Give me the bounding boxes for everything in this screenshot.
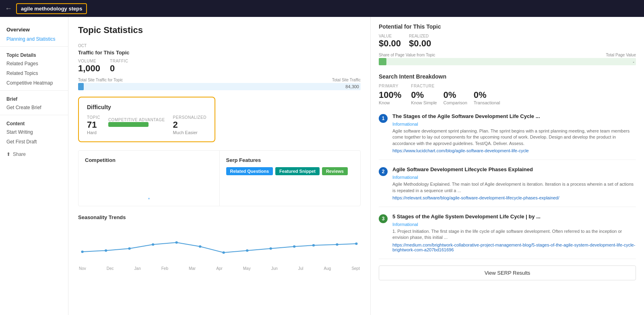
sidebar-topic-details: Topic Details <box>0 49 68 59</box>
transactional-value: 0% <box>474 90 500 100</box>
serp-title-2: Agile Software Development Lifecycle Pha… <box>392 166 636 172</box>
sidebar-item-start-writing[interactable]: Start Writing <box>0 127 68 137</box>
seasonality-chart <box>78 224 361 265</box>
svg-point-1 <box>105 249 107 252</box>
sidebar-item-get-create-brief[interactable]: Get Create Brief <box>0 103 68 112</box>
personalized: PERSONALIZED 2 Much Easier <box>173 115 206 135</box>
svg-point-10 <box>312 244 315 247</box>
traffic-label: TRAFFIC <box>110 59 128 63</box>
sidebar-share[interactable]: ⬆ Share <box>0 147 68 162</box>
competition-title: Competition <box>85 157 213 163</box>
serp-features-section: Serp Features Related Questions Featured… <box>220 151 361 206</box>
serp-content-3: 5 Stages of the Agile System Development… <box>392 213 636 252</box>
serp-desc-2: Agile Methodology Explained. The main to… <box>392 181 636 194</box>
traffic-value: 0 <box>110 63 128 74</box>
serp-desc-3: 1. Project Initiation. The first stage i… <box>392 228 636 241</box>
topic-tag: agile methodology steps <box>16 3 87 14</box>
competition-section: Competition <box>78 151 220 206</box>
svg-point-6 <box>222 251 225 254</box>
value-block: VALUE $0.00 <box>379 34 401 49</box>
view-serp-button[interactable]: View SERP Results <box>379 265 636 280</box>
month-apr: Apr <box>216 266 223 271</box>
primary-value: 100% <box>379 90 401 100</box>
svg-point-7 <box>246 249 248 252</box>
month-feb: Feb <box>161 266 168 271</box>
value-bar-right: Total Page Value <box>606 53 636 57</box>
value-bar-labels: Share of Page Value from Topic Total Pag… <box>379 53 636 57</box>
bar-left-label: Total Site Traffic for Topic <box>78 78 123 82</box>
difficulty-title: Difficulty <box>87 104 206 110</box>
sidebar-item-get-first-draft[interactable]: Get First Draft <box>0 137 68 147</box>
serp-tag-reviews[interactable]: Reviews <box>322 167 348 175</box>
topic-diff-label: TOPIC <box>87 115 100 120</box>
serp-title-3: 5 Stages of the Agile System Development… <box>392 213 636 220</box>
topic-diff-value: 71 <box>87 120 100 130</box>
content-area: Topic Statistics OCT Traffic for This To… <box>68 17 370 315</box>
period-label: OCT <box>78 44 361 48</box>
serp-num-2: 2 <box>379 167 388 176</box>
seasonality-svg <box>78 224 361 265</box>
svg-point-9 <box>293 245 295 248</box>
bar-right-label: Total Site Traffic <box>332 78 361 82</box>
competition-serp-section: Competition Serp Features Related Questi… <box>78 150 361 206</box>
traffic-bar: 84,300 <box>78 83 361 90</box>
value-bar-left: Share of Page Value from Topic <box>379 53 435 57</box>
serp-tag-featured-snippet[interactable]: Featured Snippet <box>275 167 320 175</box>
serp-url-3[interactable]: https://medium.com/brightwork-collaborat… <box>392 242 636 252</box>
sidebar-item-related-topics[interactable]: Related Topics <box>0 68 68 78</box>
personalized-value: 2 <box>173 120 206 130</box>
share-label: Share <box>13 151 26 157</box>
serp-content-2: Agile Software Development Lifecycle Pha… <box>392 166 636 200</box>
back-button[interactable]: ← <box>5 4 12 13</box>
sidebar-item-competitive-heatmap[interactable]: Competitive Heatmap <box>0 78 68 88</box>
fracture-value: 0% <box>411 90 437 100</box>
traffic-block: TRAFFIC 0 <box>110 59 128 74</box>
serp-title-1: The Stages of the Agile Software Develop… <box>392 113 636 119</box>
potential-section: Potential for This Topic VALUE $0.00 REA… <box>379 23 636 65</box>
sidebar-overview[interactable]: Overview <box>0 23 68 34</box>
serp-results: 1 The Stages of the Agile Software Devel… <box>379 113 636 259</box>
traffic-bar-fill <box>78 83 84 90</box>
serp-url-2[interactable]: https://relevant.software/blog/agile-sof… <box>392 195 636 200</box>
serp-tag-related-questions[interactable]: Related Questions <box>226 167 273 175</box>
traffic-metrics: VOLUME 1,000 TRAFFIC 0 <box>78 59 361 74</box>
serp-intent-2: Informational <box>392 175 418 180</box>
difficulty-metrics: TOPIC 71 Hard COMPETITIVE ADVANTAGE PERS… <box>87 115 206 135</box>
month-aug: Aug <box>324 266 331 271</box>
comp-dot <box>148 198 150 199</box>
serp-url-1[interactable]: https://www.lucidchart.com/blog/agile-so… <box>392 148 636 153</box>
month-mar: Mar <box>189 266 196 271</box>
svg-point-11 <box>336 243 338 246</box>
sidebar-content: Content <box>0 118 68 127</box>
value-value: $0.00 <box>379 38 401 49</box>
comparison-block: 0% Comparison <box>443 90 467 105</box>
transactional-block: 0% Transactional <box>474 90 500 105</box>
transactional-sub: Transactional <box>474 100 500 105</box>
right-panel: Potential for This Topic VALUE $0.00 REA… <box>370 17 644 315</box>
comparison-value: 0% <box>443 90 467 100</box>
realized-value: $0.00 <box>409 38 431 49</box>
value-bar-fill <box>379 58 386 65</box>
serp-result: 3 5 Stages of the Agile System Developme… <box>379 213 636 259</box>
fracture-block: 0% Know Simple <box>411 90 437 105</box>
svg-point-2 <box>128 247 130 250</box>
serp-features-title: Serp Features <box>226 157 354 163</box>
competitive-label: COMPETITIVE ADVANTAGE <box>108 118 165 122</box>
traffic-title: Traffic for This Topic <box>78 50 361 56</box>
traffic-bar-labels: Total Site Traffic for Topic Total Site … <box>78 78 361 82</box>
svg-point-8 <box>269 247 272 250</box>
sidebar-brief: Brief <box>0 93 68 103</box>
svg-point-4 <box>175 241 178 244</box>
volume-block: VOLUME 1,000 <box>78 59 100 74</box>
svg-point-3 <box>152 243 154 246</box>
seasonality-section: Seasonality Trends <box>78 214 361 271</box>
serp-num-1: 1 <box>379 114 388 123</box>
month-dec: Dec <box>107 266 114 271</box>
month-sept: Sept <box>351 266 360 271</box>
sidebar-item-planning[interactable]: Planning and Statistics <box>0 34 68 44</box>
intent-fracture-group: FRACTURE 0% Know Simple 0% Comparison 0% <box>411 84 500 105</box>
sidebar-item-related-pages[interactable]: Related Pages <box>0 59 68 68</box>
primary-sub: Know <box>379 100 401 105</box>
value-bar-value: - <box>633 59 634 64</box>
fracture-values: 0% Know Simple 0% Comparison 0% Transact… <box>411 90 500 105</box>
